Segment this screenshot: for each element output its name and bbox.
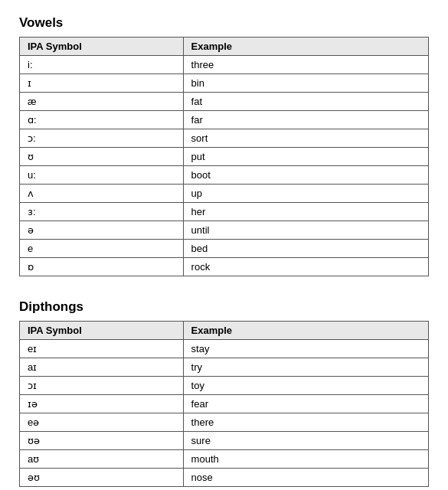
table-row: u:boot: [20, 166, 429, 185]
table-row: ɑ:far: [20, 111, 429, 129]
ipa-symbol-cell: əʊ: [20, 469, 184, 487]
example-cell: her: [183, 203, 428, 221]
ipa-symbol-cell: ɒ: [20, 258, 184, 276]
table-row: ʊəsure: [20, 432, 429, 450]
ipa-symbol-cell: ɔ:: [20, 129, 184, 148]
ipa-symbol-cell: ɜ:: [20, 203, 184, 221]
table-row: eɪstay: [20, 340, 429, 358]
vowels-title: Vowels: [19, 15, 429, 31]
table-row: ʌup: [20, 185, 429, 203]
table-row: eəthere: [20, 413, 429, 432]
example-cell: stay: [183, 340, 428, 358]
table-row: ɒrock: [20, 258, 429, 276]
ipa-symbol-cell: eɪ: [20, 340, 184, 358]
table-row: ɜ:her: [20, 203, 429, 221]
ipa-symbol-cell: ʊə: [20, 432, 184, 450]
example-cell: rock: [183, 258, 428, 276]
dipthongs-header-row: IPA Symbol Example: [20, 322, 429, 340]
table-row: ɪbin: [20, 74, 429, 93]
table-row: aʊmouth: [20, 450, 429, 469]
ipa-symbol-cell: i:: [20, 56, 184, 74]
table-row: ɪəfear: [20, 395, 429, 413]
example-cell: sure: [183, 432, 428, 450]
vowels-table: IPA Symbol Example i:threeɪbinæfatɑ:farɔ…: [19, 37, 429, 276]
example-cell: there: [183, 413, 428, 432]
example-cell: three: [183, 56, 428, 74]
table-row: ɔ:sort: [20, 129, 429, 148]
vowels-col-ipa: IPA Symbol: [20, 38, 184, 56]
example-cell: put: [183, 148, 428, 166]
ipa-symbol-cell: ə: [20, 221, 184, 240]
example-cell: mouth: [183, 450, 428, 469]
ipa-symbol-cell: ɑ:: [20, 111, 184, 129]
ipa-symbol-cell: ɪ: [20, 74, 184, 93]
ipa-symbol-cell: ʊ: [20, 148, 184, 166]
example-cell: nose: [183, 469, 428, 487]
example-cell: fear: [183, 395, 428, 413]
table-row: əʊnose: [20, 469, 429, 487]
ipa-symbol-cell: æ: [20, 93, 184, 111]
table-row: i:three: [20, 56, 429, 74]
ipa-symbol-cell: e: [20, 240, 184, 258]
example-cell: fat: [183, 93, 428, 111]
example-cell: up: [183, 185, 428, 203]
example-cell: until: [183, 221, 428, 240]
ipa-symbol-cell: ɪə: [20, 395, 184, 413]
table-row: aɪtry: [20, 358, 429, 377]
vowels-col-example: Example: [183, 38, 428, 56]
table-row: ʊput: [20, 148, 429, 166]
ipa-symbol-cell: ʌ: [20, 185, 184, 203]
ipa-symbol-cell: aɪ: [20, 358, 184, 377]
dipthongs-table: IPA Symbol Example eɪstayaɪtryɔɪtoyɪəfea…: [19, 321, 429, 487]
dipthongs-col-ipa: IPA Symbol: [20, 322, 184, 340]
example-cell: bin: [183, 74, 428, 93]
table-row: ɔɪtoy: [20, 377, 429, 395]
table-row: æfat: [20, 93, 429, 111]
vowels-section: Vowels IPA Symbol Example i:threeɪbinæfa…: [19, 15, 429, 276]
table-row: əuntil: [20, 221, 429, 240]
ipa-symbol-cell: ɔɪ: [20, 377, 184, 395]
dipthongs-title: Dipthongs: [19, 299, 429, 315]
example-cell: far: [183, 111, 428, 129]
example-cell: sort: [183, 129, 428, 148]
vowels-header-row: IPA Symbol Example: [20, 38, 429, 56]
ipa-symbol-cell: eə: [20, 413, 184, 432]
dipthongs-col-example: Example: [183, 322, 428, 340]
example-cell: boot: [183, 166, 428, 185]
ipa-symbol-cell: aʊ: [20, 450, 184, 469]
table-row: ebed: [20, 240, 429, 258]
dipthongs-section: Dipthongs IPA Symbol Example eɪstayaɪtry…: [19, 299, 429, 487]
example-cell: bed: [183, 240, 428, 258]
ipa-symbol-cell: u:: [20, 166, 184, 185]
example-cell: try: [183, 358, 428, 377]
example-cell: toy: [183, 377, 428, 395]
